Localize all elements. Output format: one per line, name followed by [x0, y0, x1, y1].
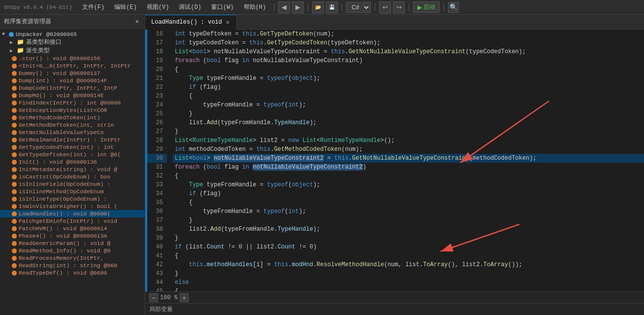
- menu-debug[interactable]: 调试(D): [175, 2, 205, 12]
- forward-button[interactable]: ▶: [292, 1, 304, 13]
- tree-node-dumpcode[interactable]: DumpCode(IntPtr, IntPtr, IntP: [0, 84, 145, 92]
- tree-node-getmethodcoded[interactable]: GetMethodCodedToken(int): [0, 114, 145, 121]
- tree-node-readmethodinfo[interactable]: ReadMethod_Info() : void @0: [0, 247, 145, 254]
- tree-node-initmetadata[interactable]: InitMetadata(string) : void @: [0, 166, 145, 173]
- tree-node-readprocessmemory[interactable]: ReadProcessMemory(IntPtr,: [0, 254, 145, 262]
- line-code-34: if (flag): [173, 189, 644, 198]
- tree-node-dump[interactable]: Dump(int) : void @0600014F: [0, 77, 145, 84]
- tree-label-readtypedef: ReadTypeDef() : void @0600: [19, 270, 107, 276]
- menu-help[interactable]: 帮助(H): [240, 2, 270, 12]
- tree-node-isinlinefield[interactable]: isInlineField(OpCodeEnum) :: [0, 180, 145, 188]
- line-num-26: 26: [147, 118, 167, 127]
- debug-label: 启动: [423, 3, 435, 11]
- bottom-panel: − 100 % +: [145, 291, 644, 303]
- tree-node-isinlinemethod[interactable]: isInlineMethod(OpCodeEnum: [0, 188, 145, 195]
- line-row-42: 42 this.methodHandles[i] = this.modHnd.R…: [147, 260, 644, 269]
- tab-loadhandles[interactable]: LoadHandles() : void ✕: [145, 15, 237, 30]
- sidebar-close-button[interactable]: ✕: [133, 18, 141, 25]
- line-num-19: 19: [147, 56, 167, 65]
- tree-node-findindex[interactable]: FindIndex(IntPtr) : int @06000: [0, 99, 145, 106]
- line-row-19: 19 foreach (bool flag in notNullableValu…: [147, 56, 644, 65]
- line-row-30: 30 List<bool> notNullableValueTypeConstr…: [147, 154, 644, 163]
- code-table: 16 int typeDeftoken = this.GetTypeDeftok…: [147, 30, 644, 291]
- tree-node-loadhandles[interactable]: LoadHandles() : void @0600(: [0, 210, 145, 217]
- line-indicator-41: [167, 251, 173, 260]
- back-button[interactable]: ◀: [278, 1, 290, 13]
- tree-node-readstring[interactable]: ReadString(int) : string @060: [0, 262, 145, 269]
- separator-2: [308, 3, 308, 11]
- tree-node-root[interactable]: ▼ Unpacker @02000065: [0, 31, 145, 38]
- tree-node-getexceptionbytes[interactable]: GetExceptionBytes(List<COR: [0, 106, 145, 114]
- method-icon-patchgetehinfo: [12, 219, 17, 224]
- play-icon: ▶: [418, 4, 422, 11]
- line-code-43: }: [173, 269, 644, 278]
- line-code-37: }: [173, 216, 644, 225]
- menu-window[interactable]: 窗口(W): [207, 2, 238, 12]
- menu-view[interactable]: 视图(V): [143, 2, 173, 12]
- line-indicator-18: [167, 47, 173, 56]
- line-code-22: if (flag): [173, 83, 644, 92]
- method-icon-readprocessmemory: [12, 256, 17, 261]
- zoom-out-button[interactable]: −: [149, 293, 158, 302]
- zoom-in-button[interactable]: +: [180, 293, 189, 302]
- save-button[interactable]: 💾: [326, 1, 338, 13]
- line-code-16: int typeDeftoken = this.GetTypeDeftoken(…: [173, 30, 644, 38]
- tree-node-ctor[interactable]: .ctor() : void @06000156: [0, 55, 145, 62]
- line-row-37: 37 }: [147, 216, 644, 225]
- tree-node-getrealhandle[interactable]: GetRealHandle(IntPtr) : IntPtr: [0, 136, 145, 143]
- menu-edit[interactable]: 编辑(E): [110, 2, 141, 12]
- line-num-36: 36: [147, 207, 167, 216]
- line-num-29: 29: [147, 145, 167, 154]
- undo-button[interactable]: ↩: [379, 1, 391, 13]
- tree-node-dumpmd[interactable]: DumpMd() : void @0600014E: [0, 92, 145, 99]
- tree-node-isinlinetype[interactable]: isInlineType(OpCodeEnum) :: [0, 195, 145, 203]
- tree-node-init-b0[interactable]: <Init>b__0(IntPtr, IntPtr, IntPtr: [0, 62, 145, 70]
- tree-node-patchgetehinfo[interactable]: PatchgetEHinfo(IntPtr) : void: [0, 217, 145, 225]
- line-row-45: 45 {: [147, 287, 644, 291]
- line-indicator-28: [167, 136, 173, 145]
- search-button[interactable]: 🔍: [448, 2, 459, 13]
- line-row-24: 24 typeFromHandle = typeof(int);: [147, 101, 644, 109]
- code-editor[interactable]: 16 int typeDeftoken = this.GetTypeDeftok…: [145, 30, 644, 291]
- tree-node-readgenericparam[interactable]: ReadGenericParam() : void @: [0, 240, 145, 247]
- line-code-28: List<RuntimeTypeHandle> list2 = new List…: [173, 136, 644, 145]
- line-indicator-24: [167, 101, 173, 109]
- tree-node-patchhvm[interactable]: PatchHVM() : void @0600014: [0, 225, 145, 232]
- line-row-17: 17 int typeCodedToken = this.GetTypeCode…: [147, 38, 644, 47]
- line-indicator-25: [167, 109, 173, 118]
- method-icon-isinlinetype: [12, 197, 17, 202]
- tree-label-init: Init() : void @06000136: [19, 159, 97, 165]
- tree-node-gettypedeftoken[interactable]: GetTypeDeftoken(int) : int @0(: [0, 151, 145, 158]
- line-code-41: {: [173, 251, 644, 260]
- language-selector[interactable]: C#: [346, 2, 371, 13]
- tree-node-phase4[interactable]: Phase4() : void @06000013A: [0, 232, 145, 240]
- tree-node-base-types[interactable]: ▶ 📁 基类型和接口: [0, 38, 145, 46]
- tree-node-readtypedef[interactable]: ReadTypeDef() : void @0600: [0, 269, 145, 277]
- expand-arrow-derived: ▶: [10, 48, 16, 54]
- line-indicator-21: [167, 74, 173, 83]
- tree-label-patchhvm: PatchHVM() : void @0600014: [19, 225, 107, 232]
- menu-file[interactable]: 文件(F): [78, 2, 109, 12]
- line-indicator-31: [167, 163, 173, 172]
- redo-button[interactable]: ↪: [393, 1, 405, 13]
- tree-node-gettypecodedtoken[interactable]: GetTypeCodedToken(int) : int: [0, 143, 145, 151]
- tree-node-iswinvista[interactable]: IsWinVistaOrHigher() : bool (: [0, 203, 145, 210]
- tree-node-derived-types[interactable]: ▶ 📁 派生类型: [0, 46, 145, 55]
- zoom-area: − 100 % +: [149, 293, 189, 302]
- tree-label-getmethodcoded: GetMethodCodedToken(int): [19, 114, 100, 121]
- line-num-28: 28: [147, 136, 167, 145]
- start-debug-button[interactable]: ▶ 启动: [413, 1, 440, 13]
- tree-node-getmethoddef[interactable]: GetMethodDeftoken(int, strin: [0, 121, 145, 129]
- tree-node-init[interactable]: Init() : void @06000136: [0, 158, 145, 166]
- open-file-button[interactable]: 📂: [312, 1, 324, 13]
- tab-close-loadhandles[interactable]: ✕: [225, 19, 230, 26]
- tree-node-iscasttst[interactable]: isCasttst(OpCodeEnum) : boo: [0, 173, 145, 180]
- sidebar-title: 程序集资源管理器: [4, 17, 51, 26]
- tree-node-getnotnullable[interactable]: GetNotNullableValueTypeCo: [0, 129, 145, 136]
- line-row-18: 18 List<bool> notNullableValueTypeConstr…: [147, 47, 644, 56]
- tree-node-dummy[interactable]: Dummy() : void @06000137: [0, 70, 145, 77]
- locals-panel-header: 局部变量: [145, 303, 644, 315]
- line-num-43: 43: [147, 269, 167, 278]
- tree-label-derived-types: 派生类型: [26, 47, 50, 54]
- method-icon-readmethodinfo: [12, 248, 17, 253]
